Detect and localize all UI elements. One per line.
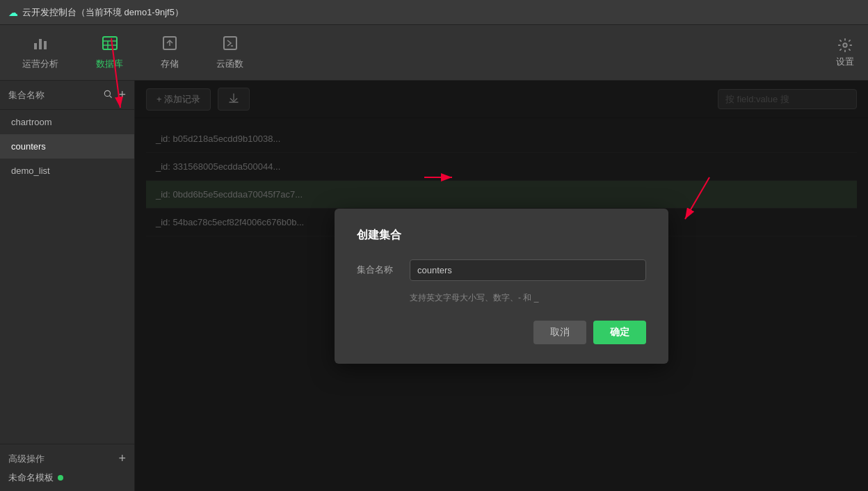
storage-label: 存储 — [161, 58, 179, 70]
template-label: 未命名模板 — [8, 472, 54, 484]
toolbar-item-storage[interactable]: 存储 — [152, 31, 187, 74]
add-collection-button[interactable]: + — [118, 88, 126, 102]
content-area: + 添加记录 _id: b05d218a5ecdd9b10038... _id:… — [135, 81, 868, 491]
sidebar-bottom: 高级操作 + 未命名模板 — [0, 444, 134, 491]
modal-field-label: 集合名称 — [357, 264, 399, 276]
sidebar-items: chartroom counters demo_list — [0, 110, 134, 444]
create-collection-modal: 创建集合 集合名称 支持英文字母大小写、数字、- 和 _ 取消 确定 — [335, 209, 668, 364]
sidebar-item-counters[interactable]: counters — [0, 134, 134, 159]
cancel-button[interactable]: 取消 — [533, 321, 586, 344]
title-bar: ☁ 云开发控制台（当前环境 demo1-9njf5） — [0, 0, 868, 25]
sidebar-item-chartroom[interactable]: chartroom — [0, 110, 134, 134]
modal-field-name: 集合名称 — [357, 259, 646, 281]
svg-rect-3 — [103, 37, 117, 49]
sidebar: 集合名称 + chartroom counters demo_list 高级操 — [0, 81, 135, 491]
functions-label: 云函数 — [216, 58, 243, 70]
toolbar-item-database[interactable]: 数据库 — [88, 31, 131, 74]
search-icon[interactable] — [103, 89, 113, 101]
collection-name-input[interactable] — [410, 259, 646, 281]
storage-icon — [161, 35, 178, 55]
advanced-label: 高级操作 — [8, 453, 114, 465]
svg-point-11 — [843, 43, 847, 47]
toolbar: 运营分析 数据库 存储 — [0, 25, 868, 81]
confirm-button[interactable]: 确定 — [593, 321, 646, 344]
sidebar-item-demo-list[interactable]: demo_list — [0, 159, 134, 183]
database-icon — [102, 35, 118, 55]
analytics-icon — [32, 35, 49, 55]
title-text: 云开发控制台（当前环境 demo1-9njf5） — [22, 6, 184, 19]
svg-line-13 — [110, 96, 112, 98]
add-template-button[interactable]: + — [118, 451, 126, 466]
functions-icon — [222, 35, 239, 55]
sidebar-advanced-header: 高级操作 + — [8, 451, 126, 466]
modal-overlay: 创建集合 集合名称 支持英文字母大小写、数字、- 和 _ 取消 确定 — [135, 81, 868, 491]
sidebar-template-item[interactable]: 未命名模板 — [8, 472, 126, 484]
svg-rect-0 — [34, 43, 37, 49]
cloud-icon: ☁ — [8, 7, 18, 18]
settings-button[interactable]: 设置 — [836, 38, 854, 68]
settings-label: 设置 — [836, 56, 854, 68]
modal-title: 创建集合 — [357, 228, 646, 243]
toolbar-item-functions[interactable]: 云函数 — [208, 31, 252, 74]
sidebar-header: 集合名称 + — [0, 81, 134, 110]
database-label: 数据库 — [96, 58, 123, 70]
template-status-dot — [58, 475, 63, 481]
svg-rect-2 — [44, 41, 47, 49]
modal-hint: 支持英文字母大小写、数字、- 和 _ — [410, 292, 646, 304]
modal-actions: 取消 确定 — [357, 321, 646, 344]
svg-rect-1 — [39, 39, 42, 49]
main-layout: 集合名称 + chartroom counters demo_list 高级操 — [0, 81, 868, 491]
sidebar-header-label: 集合名称 — [8, 89, 97, 102]
toolbar-item-analytics[interactable]: 运营分析 — [14, 31, 67, 74]
analytics-label: 运营分析 — [22, 58, 58, 70]
